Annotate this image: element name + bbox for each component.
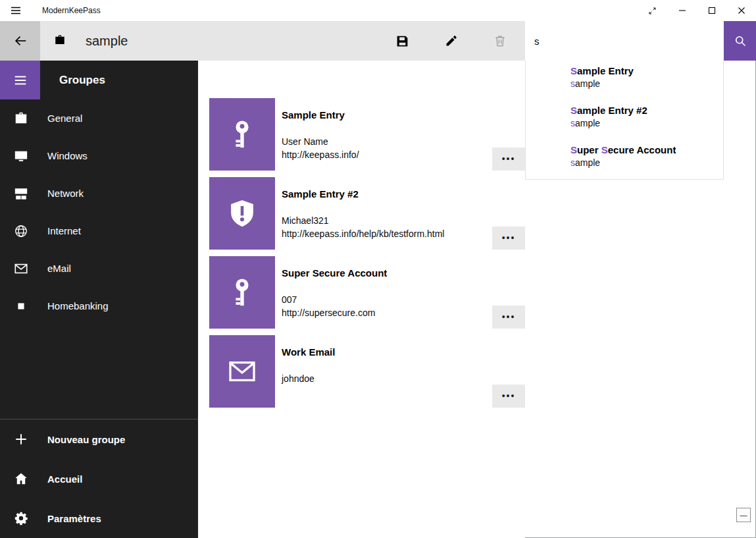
entry-title: Work Email [282, 346, 335, 359]
more-button[interactable]: ••• [492, 148, 525, 171]
suggestion-subtitle: sample [570, 156, 717, 169]
entry-list: Sample Entry User Name http://keepass.in… [198, 61, 525, 538]
entry-username: 007 [282, 293, 387, 306]
desktop-icon [13, 148, 29, 164]
appbar: sample [0, 21, 756, 61]
mail-icon [13, 261, 29, 277]
shield-exclamation-icon [227, 198, 257, 229]
app-title: ModernKeePass [42, 6, 101, 15]
sidebar-item-home[interactable]: Accueil [0, 459, 198, 498]
network-icon [13, 186, 29, 202]
sidebar-item-settings[interactable]: Paramètres [0, 498, 198, 538]
entry-username: User Name [282, 135, 359, 148]
entry-title: Sample Entry [282, 109, 359, 122]
trash-icon [493, 34, 507, 47]
entry-tile[interactable] [209, 335, 275, 408]
groups-heading: Groupes [59, 74, 105, 87]
search-suggestion-item[interactable]: Super Secure Account sample [526, 140, 723, 179]
entry-row[interactable]: Work Email johndoe ••• [209, 335, 525, 408]
entry-row[interactable]: Sample Entry #2 Michael321 http://keepas… [209, 177, 525, 250]
suggestion-title: Sample Entry [570, 65, 717, 77]
key-icon [227, 277, 257, 308]
sidebar-item-network[interactable]: Network [0, 175, 198, 212]
save-icon [395, 34, 409, 48]
sidebar-item-internet[interactable]: Internet [0, 212, 198, 250]
briefcase-icon [54, 34, 66, 49]
sidebar-item-label: Windows [47, 150, 88, 161]
search-icon [734, 34, 747, 47]
entry-tile[interactable] [209, 177, 275, 250]
entry-tile[interactable] [209, 98, 275, 171]
hamburger-icon[interactable] [0, 61, 40, 99]
entry-url: http://supersecure.com [282, 306, 387, 319]
expand-icon[interactable] [638, 0, 667, 21]
briefcase-icon [13, 111, 29, 126]
entry-username: Michael321 [282, 214, 444, 227]
back-button[interactable] [0, 21, 40, 61]
entry-username: johndoe [282, 372, 335, 385]
search-input[interactable] [525, 21, 724, 61]
entry-title: Super Secure Account [282, 267, 387, 280]
app-window: ModernKeePass sample [0, 0, 756, 538]
plus-icon [13, 431, 29, 447]
entry-row[interactable]: Sample Entry User Name http://keepass.in… [209, 98, 525, 171]
sidebar-item-homebanking[interactable]: Homebanking [0, 287, 198, 325]
entry-url: http://keepass.info/help/kb/testform.htm… [282, 227, 444, 240]
save-button[interactable] [386, 21, 418, 61]
entry-title: Sample Entry #2 [282, 188, 444, 201]
gear-icon [13, 510, 29, 526]
sidebar-item-general[interactable]: General [0, 99, 198, 137]
delete-button[interactable] [484, 21, 516, 61]
sidebar-item-label: Nouveau groupe [47, 434, 125, 445]
entry-tile[interactable] [209, 256, 275, 329]
sidebar-item-label: Homebanking [47, 300, 109, 311]
search-button[interactable] [724, 21, 756, 61]
hamburger-icon[interactable] [0, 0, 32, 21]
globe-icon [13, 223, 29, 239]
pencil-icon [445, 34, 458, 47]
search-box [525, 21, 724, 61]
sidebar-item-label: Accueil [47, 473, 82, 485]
edit-button[interactable] [436, 21, 467, 61]
key-icon [227, 119, 257, 149]
search-suggestion-item[interactable]: Sample Entry #2 sample [526, 100, 723, 140]
sidebar: Groupes General Windows Network Internet [0, 61, 198, 538]
more-button[interactable]: ••• [492, 227, 525, 250]
more-button[interactable]: ••• [492, 385, 525, 408]
suggestion-subtitle: sample [570, 77, 717, 90]
suggestion-title: Super Secure Account [570, 144, 717, 156]
mail-icon [227, 356, 257, 387]
entry-row[interactable]: Super Secure Account 007 http://supersec… [209, 256, 525, 329]
sidebar-item-label: Paramètres [47, 513, 101, 524]
zoom-out-button[interactable]: — [736, 508, 751, 522]
sidebar-item-email[interactable]: eMail [0, 250, 198, 287]
titlebar: ModernKeePass [0, 0, 756, 21]
back-arrow-icon [13, 34, 28, 48]
sidebar-item-label: Internet [47, 225, 81, 236]
database-name: sample [86, 21, 128, 61]
suggestion-subtitle: sample [570, 117, 717, 130]
close-icon[interactable] [726, 0, 756, 21]
sidebar-item-label: eMail [47, 263, 71, 274]
minimize-icon[interactable] [667, 0, 697, 21]
sidebar-item-label: General [47, 113, 82, 124]
more-button[interactable]: ••• [492, 306, 525, 329]
suggestion-title: Sample Entry #2 [570, 104, 717, 117]
search-suggestion-item[interactable]: Sample Entry sample [526, 61, 723, 100]
sidebar-item-label: Network [47, 188, 84, 199]
sidebar-item-new-group[interactable]: Nouveau groupe [0, 419, 198, 459]
sidebar-item-windows[interactable]: Windows [0, 137, 198, 175]
square-icon [13, 298, 29, 314]
entry-url: http://keepass.info/ [282, 148, 359, 161]
maximize-icon[interactable] [697, 0, 726, 21]
home-icon [13, 471, 29, 487]
sidebar-header: Groupes [0, 61, 198, 99]
window-controls [638, 0, 756, 21]
search-suggestions: Sample Entry sample Sample Entry #2 samp… [525, 61, 724, 180]
